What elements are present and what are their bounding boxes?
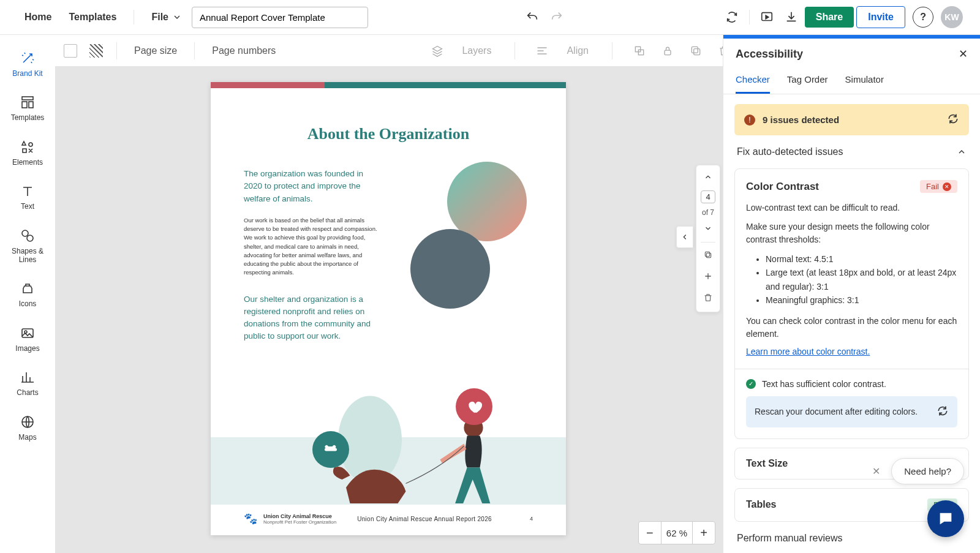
- check-label: Text has sufficient color contrast.: [762, 379, 886, 389]
- svg-rect-1: [635, 47, 640, 51]
- wand-icon: [19, 50, 36, 67]
- duplicate-page-button[interactable]: [701, 247, 715, 264]
- learn-more-link[interactable]: Learn more about color contrast.: [746, 347, 870, 356]
- copy-icon[interactable]: [685, 40, 707, 62]
- card-title: Text Size: [746, 458, 788, 469]
- text-icon: [19, 182, 36, 200]
- present-icon[interactable]: [756, 6, 778, 28]
- nav-templates[interactable]: Templates: [61, 7, 124, 28]
- tab-tag-order[interactable]: Tag Order: [787, 67, 828, 94]
- issues-banner: ! 9 issues detected: [734, 104, 969, 135]
- refresh-issues-button[interactable]: [947, 113, 959, 127]
- chat-fab[interactable]: [927, 500, 964, 537]
- chevron-down-icon: [172, 12, 182, 22]
- sidebar-item-charts[interactable]: Charts: [3, 363, 52, 403]
- tab-checker[interactable]: Checker: [736, 67, 770, 94]
- bullet: Large text (at least 18px and bold, or a…: [766, 266, 957, 293]
- sidebar-item-label: Shapes & Lines: [3, 247, 52, 265]
- tab-simulator[interactable]: Simulator: [845, 67, 884, 94]
- sync-icon[interactable]: [721, 6, 743, 28]
- illustration-group[interactable]: [391, 168, 533, 327]
- align-button[interactable]: Align: [559, 45, 596, 56]
- bottom-band: [211, 437, 566, 505]
- zoom-out-button[interactable]: −: [639, 522, 661, 544]
- group-icon[interactable]: [628, 40, 650, 62]
- chevron-up-icon: [957, 147, 967, 157]
- top-bar: Home Templates File Share Invite ? KW: [0, 0, 980, 35]
- sidebar-item-text[interactable]: Text: [3, 176, 52, 217]
- page-size-button[interactable]: Page size: [127, 45, 184, 56]
- zoom-value[interactable]: 62 %: [661, 522, 693, 544]
- panel-title: Accessibility: [736, 48, 959, 61]
- bullet: Normal text: 4.5:1: [766, 252, 957, 266]
- share-button[interactable]: Share: [805, 7, 854, 28]
- help-tooltip[interactable]: Need help?: [891, 458, 964, 484]
- zoom-in-button[interactable]: +: [693, 522, 715, 544]
- document-page[interactable]: About the Organization The organization …: [211, 82, 566, 535]
- svg-rect-17: [705, 252, 709, 256]
- heart-bubble-icon: [456, 388, 492, 425]
- rescan-button[interactable]: [937, 405, 949, 419]
- footer-org-name: Union City Animal Rescue: [263, 513, 336, 519]
- sidebar-item-label: Brand Kit: [12, 69, 42, 78]
- sidebar-item-images[interactable]: Images: [3, 318, 52, 359]
- sidebar-item-label: Text: [21, 202, 34, 211]
- intro-text[interactable]: The organization was founded in 2020 to …: [244, 168, 379, 205]
- redo-button[interactable]: [546, 6, 568, 28]
- contrast-p3: You can check color contrast in the colo…: [746, 315, 957, 340]
- sidebar-item-elements[interactable]: Elements: [3, 132, 52, 173]
- page-prev-button[interactable]: [701, 170, 715, 186]
- canvas[interactable]: About the Organization The organization …: [55, 67, 723, 553]
- page-current[interactable]: 4: [701, 190, 715, 203]
- intro2-text[interactable]: Our shelter and organization is a regist…: [244, 293, 379, 343]
- svg-rect-6: [22, 97, 33, 100]
- badge-fail: Fail✕: [920, 180, 957, 193]
- invite-button[interactable]: Invite: [856, 6, 905, 28]
- help-tooltip-close[interactable]: ✕: [869, 462, 884, 481]
- sidebar-item-shapes[interactable]: Shapes & Lines: [3, 221, 52, 271]
- elements-icon: [19, 138, 36, 156]
- page-title[interactable]: About the Organization: [211, 125, 566, 143]
- sidebar-item-maps[interactable]: Maps: [3, 407, 52, 448]
- page-next-button[interactable]: [701, 222, 715, 237]
- contrast-p1: Low-contrast text can be difficult to re…: [746, 201, 957, 214]
- sidebar-item-icons[interactable]: Icons: [3, 274, 52, 314]
- select-tool[interactable]: [64, 44, 77, 58]
- sidebar-item-templates[interactable]: Templates: [3, 88, 52, 128]
- lock-icon[interactable]: [657, 40, 679, 62]
- sidebar-item-label: Elements: [12, 158, 43, 167]
- add-page-button[interactable]: [701, 269, 715, 285]
- delete-page-button[interactable]: [701, 290, 715, 307]
- check-sufficient-contrast: ✓ Text has sufficient color contrast.: [746, 379, 957, 389]
- sidebar-item-label: Images: [15, 344, 39, 353]
- svg-rect-2: [638, 50, 643, 55]
- maps-icon: [19, 413, 36, 431]
- download-icon[interactable]: [780, 6, 802, 28]
- align-icon[interactable]: [531, 40, 553, 62]
- svg-rect-3: [665, 50, 671, 55]
- svg-point-15: [464, 418, 483, 437]
- fix-issues-heading[interactable]: Fix auto-detected issues: [734, 144, 969, 160]
- illustration-person-with-cat: [410, 229, 490, 309]
- card-title: Color Contrast: [746, 181, 819, 193]
- layers-button[interactable]: Layers: [454, 45, 499, 56]
- images-icon: [19, 325, 36, 342]
- file-menu[interactable]: File: [144, 7, 189, 28]
- help-button[interactable]: ?: [913, 7, 933, 28]
- sidebar-item-brand-kit[interactable]: Brand Kit: [3, 43, 52, 84]
- document-title-input[interactable]: [192, 7, 368, 28]
- templates-icon: [19, 94, 36, 111]
- svg-rect-4: [694, 48, 700, 55]
- svg-rect-5: [692, 47, 698, 53]
- footer-page-number: 4: [530, 516, 533, 522]
- collapse-panel-button[interactable]: [676, 226, 693, 248]
- layers-icon[interactable]: [426, 40, 448, 62]
- body-text[interactable]: Our work is based on the belief that all…: [244, 216, 379, 277]
- background-tool[interactable]: [89, 44, 103, 58]
- nav-home[interactable]: Home: [17, 7, 59, 28]
- avatar[interactable]: KW: [941, 6, 963, 28]
- undo-button[interactable]: [521, 6, 543, 28]
- page-numbers-button[interactable]: Page numbers: [205, 45, 283, 56]
- contrast-bullets: Normal text: 4.5:1 Large text (at least …: [746, 252, 957, 307]
- close-panel-button[interactable]: ✕: [959, 47, 968, 61]
